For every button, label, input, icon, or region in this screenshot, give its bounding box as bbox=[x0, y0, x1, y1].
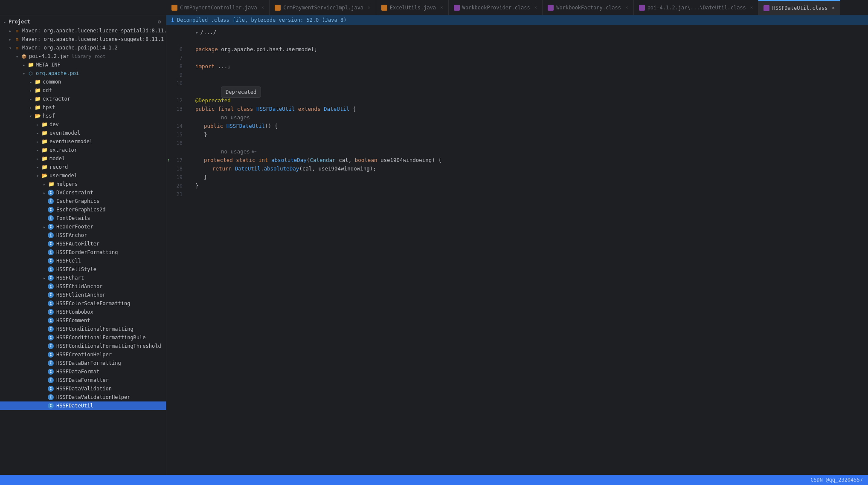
sidebar-item-hssf[interactable]: 📂hssf bbox=[0, 112, 166, 120]
line-num-9: 13 bbox=[166, 105, 187, 113]
tab-workbook-factory[interactable]: WorkbookFactory.class× bbox=[543, 0, 633, 15]
folder-icon-hssf: 📂 bbox=[34, 113, 41, 119]
tab-close-crm-payment-ctrl[interactable]: × bbox=[261, 5, 264, 10]
tab-close-workbook-factory[interactable]: × bbox=[625, 5, 628, 10]
sidebar-item-hssf-data-validation-helper[interactable]: CHSSFDataValidationHelper bbox=[0, 393, 166, 401]
folder-icon-common: 📁 bbox=[34, 78, 41, 85]
item-label-hssf-cell-style: HSSFCellStyle bbox=[56, 266, 96, 272]
sidebar-item-hssf-cell[interactable]: CHSSFCell bbox=[0, 257, 166, 265]
sidebar-item-hssf-conditional-formatting-rule[interactable]: CHSSFConditionalFormattingRule bbox=[0, 333, 166, 342]
sidebar-item-hssf-child-anchor[interactable]: CHSSFChildAnchor bbox=[0, 282, 166, 291]
sidebar-item-hssf-data-format[interactable]: CHSSFDataFormat bbox=[0, 367, 166, 376]
class-icon-hssf-cell: C bbox=[48, 258, 54, 264]
tab-poi-jar[interactable]: poi-4.1.2.jar\...\DateUtil.class× bbox=[634, 0, 759, 15]
tab-label-crm-payment-ctrl: CrmPaymentController.java bbox=[180, 5, 257, 11]
expand-arrow-ddf bbox=[27, 87, 34, 94]
sidebar-item-font-details[interactable]: CFontDetails bbox=[0, 214, 166, 222]
code-line-13 bbox=[187, 139, 868, 147]
sidebar-item-hssf-comment[interactable]: CHSSFComment bbox=[0, 316, 166, 325]
code-line-14: no usages⊕~ bbox=[187, 147, 868, 156]
override-hint-icon: ⊕~ bbox=[252, 147, 257, 156]
sidebar-item-escher-graphics[interactable]: CEscherGraphics bbox=[0, 197, 166, 205]
sidebar-gear-icon[interactable]: ⚙ bbox=[158, 19, 161, 25]
sidebar-item-extractor2[interactable]: 📁extractor bbox=[0, 146, 166, 154]
class-icon-hssf-cell-style: C bbox=[48, 266, 54, 272]
leaf-spacer-hssf-data-validation bbox=[41, 385, 48, 392]
tab-workbook-provider[interactable]: WorkbookProvider.class× bbox=[449, 0, 543, 15]
sidebar: ▸ Project ⚙ mMaven: org.apache.lucene:lu… bbox=[0, 15, 166, 475]
code-line-5 bbox=[187, 71, 868, 79]
class-icon-hssf-border-formatting: C bbox=[48, 249, 54, 255]
tab-label-hssf-date-util: HSSFDateUtil.class bbox=[772, 5, 827, 11]
editor-area: ℹ Decompiled .class file, bytecode versi… bbox=[166, 15, 868, 475]
tab-close-workbook-provider[interactable]: × bbox=[534, 5, 537, 10]
line-num-3: 7 bbox=[166, 54, 187, 62]
sidebar-item-hpsf[interactable]: 📁hpsf bbox=[0, 103, 166, 112]
sidebar-item-helpers[interactable]: 📁helpers bbox=[0, 180, 166, 188]
sidebar-item-escher-graphics-2d[interactable]: CEscherGraphics2d bbox=[0, 205, 166, 214]
folder-icon-model: 📁 bbox=[41, 155, 48, 162]
item-label-hssf-anchor: HSSFAnchor bbox=[56, 232, 87, 238]
item-sublabel-poi-jar-file: library root bbox=[72, 54, 105, 59]
tab-crm-payment-ctrl[interactable]: CrmPaymentController.java× bbox=[166, 0, 270, 15]
sidebar-item-hssf-combobox[interactable]: CHSSFCombobox bbox=[0, 308, 166, 316]
tab-close-crm-payment-svc[interactable]: × bbox=[368, 5, 371, 10]
sidebar-item-header-footer[interactable]: CHeaderFooter bbox=[0, 222, 166, 231]
sidebar-item-org-apache-poi[interactable]: ⬡org.apache.poi bbox=[0, 69, 166, 78]
sidebar-item-lucene-spatial[interactable]: mMaven: org.apache.lucene:lucene-spatial… bbox=[0, 26, 166, 35]
class-icon-font-details: C bbox=[48, 215, 54, 221]
sidebar-item-extractor[interactable]: 📁extractor bbox=[0, 95, 166, 103]
sidebar-item-ddf[interactable]: 📁ddf bbox=[0, 86, 166, 95]
tab-close-hssf-date-util[interactable]: × bbox=[832, 5, 835, 11]
tab-excel-utils[interactable]: ExcelUtils.java× bbox=[376, 0, 449, 15]
leaf-spacer-hssf-data-validation-helper bbox=[41, 394, 48, 401]
code-content[interactable]: ▸/.../ package org.apache.poi.hssf.userm… bbox=[187, 25, 868, 475]
line-num-18: 20 bbox=[166, 182, 187, 190]
sidebar-item-hssf-data-formatter[interactable]: CHSSFDataFormatter bbox=[0, 376, 166, 384]
sidebar-item-hssf-data-bar-formatting[interactable]: CHSSFDataBarFormatting bbox=[0, 359, 166, 367]
item-label-eventmodel: eventmodel bbox=[49, 130, 80, 136]
sidebar-item-hssf-cell-style[interactable]: CHSSFCellStyle bbox=[0, 265, 166, 274]
sidebar-item-dv-constraint[interactable]: CDVConstraint bbox=[0, 188, 166, 197]
tab-hssf-date-util[interactable]: HSSFDateUtil.class× bbox=[758, 0, 840, 15]
sidebar-item-hssf-autofilter[interactable]: CHSSFAutoFilter bbox=[0, 240, 166, 248]
tab-crm-payment-svc[interactable]: CrmPaymentServiceImpl.java× bbox=[270, 0, 376, 15]
sidebar-item-hssf-chart[interactable]: CHSSFChart bbox=[0, 274, 166, 282]
sidebar-item-record[interactable]: 📁record bbox=[0, 163, 166, 171]
sidebar-item-common[interactable]: 📁common bbox=[0, 78, 166, 86]
code-editor[interactable]: 67891012131415161718192021 ▸/.../ packag… bbox=[166, 25, 868, 475]
line-num-8: 12 bbox=[166, 96, 187, 105]
item-label-common: common bbox=[43, 79, 61, 85]
sidebar-item-poi-jar-root[interactable]: mMaven: org.apache.poi:poi:4.1.2 bbox=[0, 43, 166, 52]
sidebar-item-hssf-border-formatting[interactable]: CHSSFBorderFormatting bbox=[0, 248, 166, 257]
sidebar-item-meta-inf[interactable]: 📁META-INF bbox=[0, 61, 166, 69]
expand-arrow-hssf-chart bbox=[41, 274, 48, 281]
sidebar-item-model[interactable]: 📁model bbox=[0, 154, 166, 163]
expand-arrow-usermodel bbox=[34, 172, 41, 179]
sidebar-item-hssf-conditional-formatting-threshold[interactable]: CHSSFConditionalFormattingThreshold bbox=[0, 342, 166, 350]
tab-close-poi-jar[interactable]: × bbox=[750, 5, 753, 10]
no-usages: no usages bbox=[195, 147, 250, 156]
item-label-hssf-border-formatting: HSSFBorderFormatting bbox=[56, 249, 118, 255]
leaf-spacer-hssf-border-formatting bbox=[41, 249, 48, 256]
sidebar-item-hssf-color-scale-formatting[interactable]: CHSSFColorScaleFormatting bbox=[0, 299, 166, 308]
sidebar-item-poi-jar-file[interactable]: 📦poi-4.1.2.jarlibrary root bbox=[0, 52, 166, 61]
item-label-extractor: extractor bbox=[43, 96, 70, 102]
sidebar-item-hssf-date-util-item[interactable]: CHSSFDateUtil bbox=[0, 401, 166, 410]
sidebar-item-hssf-anchor[interactable]: CHSSFAnchor bbox=[0, 231, 166, 240]
line-num-15: 17 bbox=[166, 156, 187, 165]
sidebar-item-eventmodel[interactable]: 📁eventmodel bbox=[0, 129, 166, 137]
sidebar-item-usermodel[interactable]: 📂usermodel bbox=[0, 171, 166, 180]
sidebar-item-eventusermodel[interactable]: 📁eventusermodel bbox=[0, 137, 166, 146]
sidebar-item-lucene-suggest[interactable]: mMaven: org.apache.lucene:lucene-suggest… bbox=[0, 35, 166, 43]
fold-arrow[interactable]: ▸ bbox=[195, 28, 199, 37]
sidebar-item-hssf-creation-helper[interactable]: CHSSFCreationHelper bbox=[0, 350, 166, 359]
sidebar-item-hssf-data-validation[interactable]: CHSSFDataValidation bbox=[0, 384, 166, 393]
sidebar-item-dev[interactable]: 📁dev bbox=[0, 120, 166, 129]
sidebar-item-hssf-conditional-formatting[interactable]: CHSSFConditionalFormatting bbox=[0, 325, 166, 333]
item-label-font-details: FontDetails bbox=[56, 215, 90, 221]
tab-close-excel-utils[interactable]: × bbox=[440, 5, 443, 10]
sidebar-expand-icon: ▸ bbox=[3, 20, 6, 24]
sidebar-item-hssf-client-anchor[interactable]: CHSSFClientAnchor bbox=[0, 291, 166, 299]
code-line-0[interactable]: ▸/.../ bbox=[187, 28, 868, 37]
